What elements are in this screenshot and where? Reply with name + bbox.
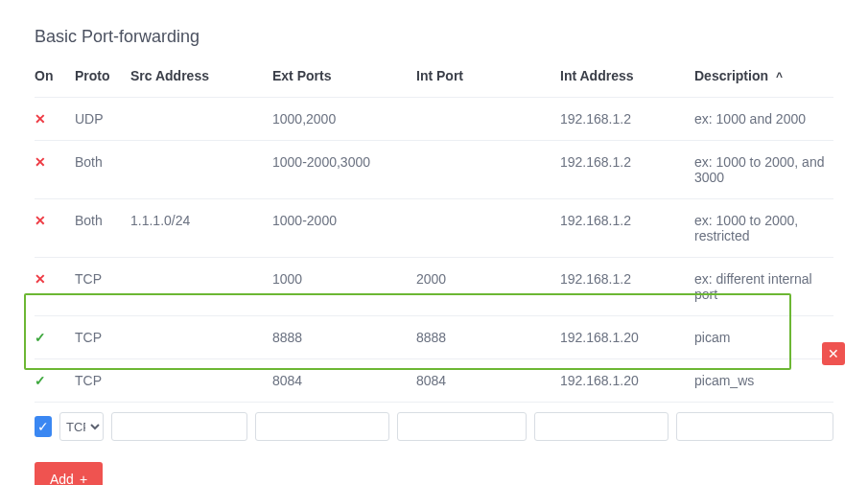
header-on[interactable]: On — [35, 55, 75, 98]
header-ext[interactable]: Ext Ports — [272, 55, 416, 98]
table-row[interactable]: ✓TCP88888888192.168.1.20picam — [35, 316, 833, 359]
delete-row-button[interactable]: ✕ — [822, 342, 845, 365]
close-icon: ✕ — [828, 346, 839, 361]
cell-desc: ex: 1000 to 2000, restricted — [694, 199, 833, 258]
ext-ports-input[interactable] — [255, 412, 389, 441]
cell-intp — [416, 141, 560, 199]
table-header-row: On Proto Src Address Ext Ports Int Port … — [35, 55, 833, 98]
int-port-input[interactable] — [397, 412, 527, 441]
disabled-icon: ✕ — [35, 213, 46, 228]
table-row[interactable]: ✕Both1.1.1.0/241000-2000192.168.1.2ex: 1… — [35, 199, 833, 258]
cell-proto: UDP — [75, 98, 130, 141]
cell-src — [130, 359, 272, 403]
cell-addr: 192.168.1.2 — [560, 258, 694, 316]
cell-desc: ex: 1000 to 2000, and 3000 — [694, 141, 833, 199]
port-forwarding-table: On Proto Src Address Ext Ports Int Port … — [35, 55, 833, 403]
cell-intp: 8084 — [416, 359, 560, 403]
cell-addr: 192.168.1.2 — [560, 199, 694, 258]
cell-src — [130, 98, 272, 141]
cell-desc: picam_ws — [694, 359, 833, 403]
sort-caret-icon: ^ — [776, 70, 783, 83]
disabled-icon: ✕ — [35, 154, 46, 170]
enabled-icon: ✓ — [35, 373, 46, 388]
cell-intp — [416, 199, 560, 258]
cell-ext: 1000 — [272, 258, 416, 316]
cell-proto: Both — [75, 141, 130, 199]
port-forwarding-panel: Basic Port-forwarding On Proto Src Addre… — [0, 0, 868, 485]
enabled-icon: ✓ — [35, 330, 46, 345]
cell-proto: TCP — [75, 359, 130, 403]
cell-intp: 2000 — [416, 258, 560, 316]
cell-ext: 1000-2000,3000 — [272, 141, 416, 199]
cell-proto: TCP — [75, 258, 130, 316]
new-row-form: ✓ TCPUDPBoth — [0, 403, 868, 441]
description-input[interactable] — [676, 412, 833, 441]
cell-addr: 192.168.1.2 — [560, 98, 694, 141]
proto-select[interactable]: TCPUDPBoth — [59, 412, 104, 441]
table-row[interactable]: ✓TCP80848084192.168.1.20picam_ws — [35, 359, 833, 403]
cell-desc: ex: 1000 and 2000 — [694, 98, 833, 141]
cell-ext: 1000-2000 — [272, 199, 416, 258]
cell-intp: 8888 — [416, 316, 560, 359]
cell-desc: picam — [694, 316, 833, 359]
cell-src — [130, 316, 272, 359]
cell-desc: ex: different internal port — [694, 258, 833, 316]
src-address-input[interactable] — [111, 412, 247, 441]
page-title: Basic Port-forwarding — [0, 0, 868, 55]
table-row[interactable]: ✕UDP1000,2000192.168.1.2ex: 1000 and 200… — [35, 98, 833, 141]
add-button[interactable]: Add + — [35, 462, 103, 485]
header-int-port[interactable]: Int Port — [416, 55, 560, 98]
cell-addr: 192.168.1.20 — [560, 316, 694, 359]
disabled-icon: ✕ — [35, 271, 46, 287]
header-src[interactable]: Src Address — [130, 55, 272, 98]
cell-proto: Both — [75, 199, 130, 258]
cell-proto: TCP — [75, 316, 130, 359]
table-row[interactable]: ✕Both1000-2000,3000192.168.1.2ex: 1000 t… — [35, 141, 833, 199]
cell-src — [130, 258, 272, 316]
cell-ext: 8084 — [272, 359, 416, 403]
header-int-address[interactable]: Int Address — [560, 55, 694, 98]
disabled-icon: ✕ — [35, 111, 46, 127]
header-proto[interactable]: Proto — [75, 55, 130, 98]
check-icon: ✓ — [37, 419, 49, 434]
header-description[interactable]: Description ^ — [694, 55, 833, 98]
plus-icon: + — [80, 472, 87, 485]
table-row[interactable]: ✕TCP10002000192.168.1.2ex: different int… — [35, 258, 833, 316]
cell-src — [130, 141, 272, 199]
cell-addr: 192.168.1.2 — [560, 141, 694, 199]
enable-checkbox[interactable]: ✓ — [35, 416, 52, 437]
cell-ext: 1000,2000 — [272, 98, 416, 141]
cell-intp — [416, 98, 560, 141]
cell-ext: 8888 — [272, 316, 416, 359]
int-address-input[interactable] — [534, 412, 669, 441]
cell-src: 1.1.1.0/24 — [130, 199, 272, 258]
cell-addr: 192.168.1.20 — [560, 359, 694, 403]
